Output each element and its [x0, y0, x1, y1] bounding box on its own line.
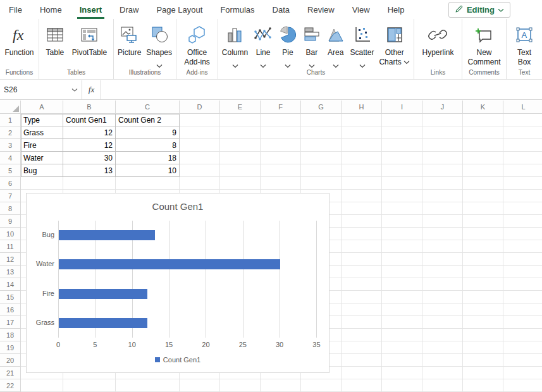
cell-K6[interactable]	[463, 177, 503, 190]
cell-H14[interactable]	[342, 278, 382, 291]
cell-J22[interactable]	[422, 379, 463, 392]
row-header-16[interactable]: 16	[0, 303, 21, 316]
cell-B22[interactable]	[63, 379, 116, 392]
menu-tab-insert[interactable]: Insert	[71, 0, 111, 19]
menu-tab-review[interactable]: Review	[299, 0, 343, 19]
cell-J5[interactable]	[422, 164, 463, 177]
column-header-a[interactable]: A	[21, 101, 63, 114]
cell-K11[interactable]	[463, 240, 503, 253]
cell-J3[interactable]	[422, 139, 463, 152]
cell-E4[interactable]	[220, 152, 261, 164]
insert-function-button[interactable]: fx	[82, 80, 101, 99]
chart-bar-water[interactable]	[59, 259, 280, 269]
cell-K19[interactable]	[463, 341, 503, 354]
chart-bar-grass[interactable]	[59, 318, 147, 328]
cell-H5[interactable]	[342, 164, 382, 177]
cell-L8[interactable]	[503, 202, 542, 215]
cell-L9[interactable]	[503, 215, 542, 228]
cell-I18[interactable]	[382, 329, 422, 341]
hyperlink-button[interactable]: Hyperlink	[421, 22, 455, 58]
cell-D3[interactable]	[180, 139, 220, 152]
row-header-19[interactable]: 19	[0, 341, 21, 354]
cell-I10[interactable]	[382, 228, 422, 240]
cell-L13[interactable]	[503, 266, 542, 278]
other-charts-button[interactable]: Other Charts	[378, 22, 411, 67]
cell-L20[interactable]	[503, 354, 542, 367]
cell-H16[interactable]	[342, 303, 382, 316]
new-comment-button[interactable]: New Comment	[466, 22, 502, 67]
cell-J13[interactable]	[422, 266, 463, 278]
column-header-f[interactable]: F	[261, 101, 301, 114]
column-header-c[interactable]: C	[116, 101, 180, 114]
cell-I12[interactable]	[382, 253, 422, 266]
column-header-k[interactable]: K	[463, 101, 503, 114]
row-header-10[interactable]: 10	[0, 228, 21, 240]
cell-I13[interactable]	[382, 266, 422, 278]
cell-I5[interactable]	[382, 164, 422, 177]
cell-G3[interactable]	[301, 139, 342, 152]
cell-L11[interactable]	[503, 240, 542, 253]
column-header-l[interactable]: L	[503, 101, 542, 114]
cell-K9[interactable]	[463, 215, 503, 228]
cell-L12[interactable]	[503, 253, 542, 266]
row-header-7[interactable]: 7	[0, 190, 21, 202]
cell-H9[interactable]	[342, 215, 382, 228]
cell-I16[interactable]	[382, 303, 422, 316]
cell-L18[interactable]	[503, 329, 542, 341]
cell-B4[interactable]: 30	[63, 152, 116, 164]
menu-tab-page-layout[interactable]: Page Layout	[147, 0, 211, 19]
cell-I2[interactable]	[382, 126, 422, 139]
cell-G22[interactable]	[301, 379, 342, 392]
cell-E1[interactable]	[220, 114, 261, 126]
cell-H3[interactable]	[342, 139, 382, 152]
table-button[interactable]: Table	[44, 22, 66, 58]
cell-L5[interactable]	[503, 164, 542, 177]
line-button[interactable]: Line	[252, 22, 274, 64]
cell-B2[interactable]: 12	[63, 126, 116, 139]
cell-H18[interactable]	[342, 329, 382, 341]
chart-bar-fire[interactable]	[59, 289, 147, 299]
row-header-14[interactable]: 14	[0, 278, 21, 291]
cell-K13[interactable]	[463, 266, 503, 278]
cell-H1[interactable]	[342, 114, 382, 126]
cell-J9[interactable]	[422, 215, 463, 228]
cell-K15[interactable]	[463, 291, 503, 303]
cell-J6[interactable]	[422, 177, 463, 190]
cell-C5[interactable]: 10	[116, 164, 180, 177]
cell-H7[interactable]	[342, 190, 382, 202]
cell-H2[interactable]	[342, 126, 382, 139]
column-header-j[interactable]: J	[422, 101, 463, 114]
cell-L2[interactable]	[503, 126, 542, 139]
cell-C4[interactable]: 18	[116, 152, 180, 164]
cell-C6[interactable]	[116, 177, 180, 190]
cell-I7[interactable]	[382, 190, 422, 202]
cell-A6[interactable]	[21, 177, 63, 190]
menu-tab-data[interactable]: Data	[264, 0, 299, 19]
cell-I15[interactable]	[382, 291, 422, 303]
menu-tab-home[interactable]: Home	[31, 0, 71, 19]
cell-F22[interactable]	[261, 379, 301, 392]
row-header-8[interactable]: 8	[0, 202, 21, 215]
cell-L7[interactable]	[503, 190, 542, 202]
cell-I3[interactable]	[382, 139, 422, 152]
cell-L14[interactable]	[503, 278, 542, 291]
cell-J21[interactable]	[422, 367, 463, 379]
cell-J2[interactable]	[422, 126, 463, 139]
row-header-12[interactable]: 12	[0, 253, 21, 266]
cell-F4[interactable]	[261, 152, 301, 164]
editing-mode-button[interactable]: Editing	[448, 2, 510, 18]
row-header-21[interactable]: 21	[0, 367, 21, 379]
menu-tab-draw[interactable]: Draw	[111, 0, 147, 19]
cell-I14[interactable]	[382, 278, 422, 291]
cell-E6[interactable]	[220, 177, 261, 190]
cell-K12[interactable]	[463, 253, 503, 266]
cell-J18[interactable]	[422, 329, 463, 341]
shapes-button[interactable]: Shapes	[145, 22, 173, 64]
cell-K3[interactable]	[463, 139, 503, 152]
cell-J11[interactable]	[422, 240, 463, 253]
cell-H21[interactable]	[342, 367, 382, 379]
cell-I11[interactable]	[382, 240, 422, 253]
cell-I4[interactable]	[382, 152, 422, 164]
cell-D5[interactable]	[180, 164, 220, 177]
menu-tab-formulas[interactable]: Formulas	[211, 0, 263, 19]
